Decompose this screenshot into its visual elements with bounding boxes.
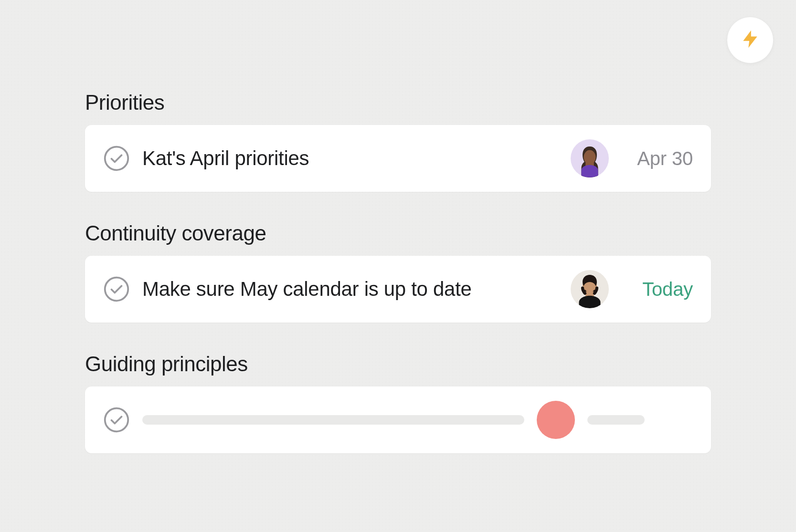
task-row[interactable]: Kat's April priorities Apr 30 bbox=[85, 125, 711, 192]
svg-point-8 bbox=[105, 408, 128, 432]
assignee-avatar-placeholder[interactable] bbox=[537, 401, 575, 439]
task-title: Kat's April priorities bbox=[142, 147, 558, 170]
lightning-button[interactable] bbox=[727, 17, 773, 63]
section-guiding: Guiding principles bbox=[85, 352, 711, 453]
task-row[interactable] bbox=[85, 386, 711, 453]
svg-point-0 bbox=[105, 147, 128, 170]
assignee-avatar[interactable] bbox=[571, 139, 609, 177]
lightning-icon bbox=[740, 29, 761, 52]
due-date: Apr 30 bbox=[621, 148, 693, 169]
section-title: Guiding principles bbox=[85, 352, 711, 376]
assignee-avatar[interactable] bbox=[571, 270, 609, 308]
section-priorities: Priorities Kat's April priorities Apr 30 bbox=[85, 91, 711, 192]
due-date-placeholder bbox=[587, 415, 645, 425]
section-continuity: Continuity coverage Make sure May calend… bbox=[85, 221, 711, 323]
task-sections: Priorities Kat's April priorities Apr 30 bbox=[85, 91, 711, 483]
complete-checkbox[interactable] bbox=[103, 276, 130, 303]
svg-point-4 bbox=[105, 278, 128, 301]
complete-checkbox[interactable] bbox=[103, 407, 130, 433]
section-title: Priorities bbox=[85, 91, 711, 115]
task-title: Make sure May calendar is up to date bbox=[142, 278, 558, 301]
complete-checkbox[interactable] bbox=[103, 145, 130, 172]
section-title: Continuity coverage bbox=[85, 221, 711, 245]
task-row[interactable]: Make sure May calendar is up to date Tod… bbox=[85, 256, 711, 323]
task-title-placeholder bbox=[142, 415, 524, 425]
due-date: Today bbox=[621, 279, 693, 300]
